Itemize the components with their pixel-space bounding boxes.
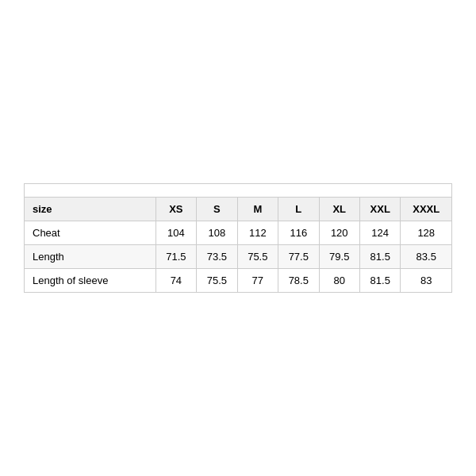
cell-2-6: 83 xyxy=(401,269,452,293)
cell-1-0: 71.5 xyxy=(155,245,196,269)
table-row: Length71.573.575.577.579.581.583.5 xyxy=(25,245,452,269)
cell-0-1: 108 xyxy=(197,221,237,245)
cell-1-6: 83.5 xyxy=(401,245,452,269)
cell-1-4: 79.5 xyxy=(319,245,359,269)
header-cell-3: M xyxy=(237,198,278,221)
row-label-0: Cheat xyxy=(25,221,156,245)
size-chart-table: sizeXSSMLXLXXLXXXL Cheat1041081121161201… xyxy=(24,183,452,293)
table-title xyxy=(25,184,452,198)
cell-0-6: 128 xyxy=(401,221,452,245)
cell-1-2: 75.5 xyxy=(237,245,278,269)
cell-2-3: 78.5 xyxy=(278,269,319,293)
cell-2-2: 77 xyxy=(237,269,278,293)
cell-0-3: 116 xyxy=(278,221,319,245)
title-row xyxy=(25,184,452,198)
header-row: sizeXSSMLXLXXLXXXL xyxy=(25,198,452,221)
cell-0-4: 120 xyxy=(319,221,359,245)
cell-1-1: 73.5 xyxy=(197,245,237,269)
header-cell-6: XXL xyxy=(359,198,400,221)
size-chart-container: sizeXSSMLXLXXLXXXL Cheat1041081121161201… xyxy=(24,183,452,293)
cell-0-5: 124 xyxy=(359,221,400,245)
table-row: Cheat104108112116120124128 xyxy=(25,221,452,245)
header-cell-0: size xyxy=(25,198,156,221)
row-label-1: Length xyxy=(25,245,156,269)
cell-1-5: 81.5 xyxy=(359,245,400,269)
header-cell-7: XXXL xyxy=(401,198,452,221)
cell-1-3: 77.5 xyxy=(278,245,319,269)
cell-2-4: 80 xyxy=(319,269,359,293)
header-cell-1: XS xyxy=(155,198,196,221)
header-cell-5: XL xyxy=(319,198,359,221)
header-cell-4: L xyxy=(278,198,319,221)
cell-2-0: 74 xyxy=(155,269,196,293)
cell-0-2: 112 xyxy=(237,221,278,245)
cell-2-1: 75.5 xyxy=(197,269,237,293)
cell-2-5: 81.5 xyxy=(359,269,400,293)
header-cell-2: S xyxy=(197,198,237,221)
row-label-2: Length of sleeve xyxy=(25,269,156,293)
table-row: Length of sleeve7475.57778.58081.583 xyxy=(25,269,452,293)
cell-0-0: 104 xyxy=(155,221,196,245)
